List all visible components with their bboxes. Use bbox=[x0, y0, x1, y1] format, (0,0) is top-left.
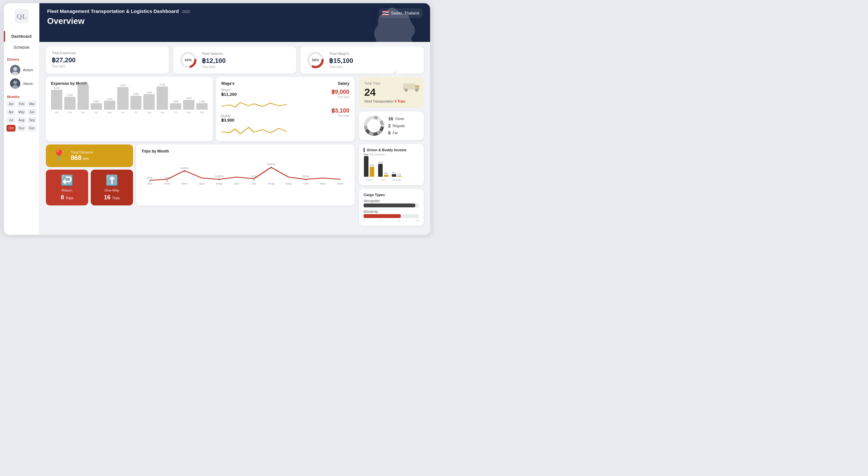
wages-driver-val: ฿11,200 bbox=[221, 92, 287, 97]
hired-label: Hired Transportation bbox=[364, 100, 394, 103]
salary-driver-sub: Thai baht bbox=[290, 96, 349, 99]
buddy-wage-chart bbox=[221, 123, 287, 135]
month-btn-jan[interactable]: Jan bbox=[6, 101, 16, 107]
bar-col-jan: 3,200 Jan bbox=[51, 87, 62, 113]
bar-col-mar: 4,000 Mar bbox=[78, 81, 89, 113]
expenses-chart-title: Expenses by Month bbox=[51, 81, 208, 86]
income-group-regular: 800 200 Regular bbox=[392, 172, 402, 181]
trips-by-month-card: Trips by Month Jan Feb Mar Apr May bbox=[136, 144, 354, 205]
cargo-woodpellet-label: Woodpellet bbox=[364, 199, 419, 203]
kpi-expenses-sub: Thai baht bbox=[52, 65, 163, 68]
svg-text:100%: 100% bbox=[215, 175, 223, 178]
sidebar: QL Dashboard Schedule Drivers Antoni Jai… bbox=[4, 3, 39, 235]
svg-text:Jan: Jan bbox=[147, 182, 152, 185]
svg-point-6 bbox=[13, 80, 17, 84]
dist-donut bbox=[364, 115, 384, 136]
svg-text:Apr: Apr bbox=[199, 182, 205, 185]
return-val: 8 Trips bbox=[61, 194, 73, 201]
salaries-donut: 44% bbox=[179, 51, 197, 69]
oneway-label: One-Way bbox=[104, 188, 119, 192]
main-content: Fleet Management Transportation & Logist… bbox=[39, 3, 430, 235]
bar-col-nov: 1,600 Nov bbox=[183, 97, 194, 113]
month-btn-dec[interactable]: Dec bbox=[27, 125, 36, 132]
distance-class-card: 16 Close 2 Regular 6 Far bbox=[359, 111, 424, 140]
month-btn-aug[interactable]: Aug bbox=[17, 117, 26, 124]
salary-buddy-sub: Thai baht bbox=[290, 114, 349, 117]
hired-value: 5 Trips bbox=[395, 100, 405, 103]
cargo-card: Cargo Types Woodpellet Woodchip bbox=[359, 189, 424, 226]
svg-text:4: 4 bbox=[270, 166, 272, 169]
svg-text:Jun: Jun bbox=[234, 182, 239, 185]
distance-val: 868 km bbox=[71, 154, 93, 162]
bar-col-sep: 3,700 Sep bbox=[157, 83, 168, 113]
distance-icon: 📍 bbox=[52, 149, 66, 163]
header: Fleet Management Transportation & Logist… bbox=[39, 3, 430, 42]
month-btn-sep[interactable]: Sep bbox=[27, 117, 36, 124]
kpi-salaries-value: ฿12,100 bbox=[202, 57, 226, 65]
svg-text:Sep: Sep bbox=[285, 182, 291, 185]
salaries-donut-label: 44% bbox=[185, 58, 192, 62]
oneway-icon: ⬆️ bbox=[105, 174, 119, 186]
svg-point-3 bbox=[13, 67, 17, 71]
oneway-val: 16 Trips bbox=[104, 194, 120, 201]
month-btn-jul[interactable]: Jul bbox=[6, 117, 16, 124]
sidebar-item-dashboard[interactable]: Dashboard bbox=[4, 31, 39, 42]
header-overview: Overview bbox=[47, 16, 190, 26]
dist-legend: 16 Close 2 Regular 6 Far bbox=[388, 116, 405, 135]
months-section-title: Months bbox=[4, 90, 39, 101]
month-btn-may[interactable]: May bbox=[17, 109, 26, 115]
bar-col-aug: 2,500 Aug bbox=[144, 91, 155, 113]
month-btn-feb[interactable]: Feb bbox=[17, 101, 26, 107]
drivers-section-title: Drivers bbox=[4, 53, 39, 63]
wages-buddy-val: ฿3,900 bbox=[221, 118, 287, 123]
kpi-wages-sub: Thai baht bbox=[329, 65, 353, 69]
trip-card-return: ↩️ Return 8 Trips bbox=[46, 170, 88, 205]
svg-text:0%: 0% bbox=[251, 175, 256, 178]
truck-icon bbox=[402, 80, 421, 93]
driver-avatar-0 bbox=[10, 65, 20, 75]
trip-card-oneway: ⬆️ One-Way 16 Trips bbox=[91, 170, 133, 205]
center-bottom: 📍 Total Distance 868 km bbox=[46, 144, 354, 205]
svg-point-46 bbox=[416, 89, 417, 91]
svg-text:2: 2 bbox=[149, 180, 151, 182]
bar-col-jul: 2,200 Jul bbox=[130, 93, 142, 113]
driver-wage-chart bbox=[221, 97, 287, 110]
svg-text:2: 2 bbox=[218, 179, 220, 181]
svg-text:Dec: Dec bbox=[337, 182, 344, 185]
cargo-woodpellet-bg bbox=[364, 203, 419, 207]
sidebar-item-schedule[interactable]: Schedule bbox=[4, 42, 39, 53]
kpi-wages-label: Total Wage's bbox=[329, 52, 353, 56]
header-year: 2022 bbox=[182, 10, 190, 13]
income-group-regular-bars: 800 200 bbox=[392, 172, 402, 177]
driver-item-1[interactable]: Jaison bbox=[7, 77, 36, 90]
hired-row: Hired Transportation 5 Trips bbox=[364, 100, 418, 103]
driver-item-0[interactable]: Antoni bbox=[7, 63, 35, 77]
month-btn-apr[interactable]: Apr bbox=[6, 109, 16, 115]
month-btn-mar[interactable]: Mar bbox=[27, 101, 36, 107]
salary-title: Salary bbox=[290, 81, 349, 86]
center-col: Expenses by Month 3,200 Jan 2,000 Feb 4,… bbox=[46, 77, 354, 231]
month-btn-nov[interactable]: Nov bbox=[17, 125, 26, 132]
trips-month-chart: Jan Feb Mar Apr May Jun Jul Aug Sep Oct … bbox=[142, 156, 349, 192]
svg-text:Nov: Nov bbox=[320, 182, 327, 185]
svg-marker-42 bbox=[415, 86, 420, 88]
return-icon: ↩️ bbox=[61, 174, 73, 186]
month-btn-jun[interactable]: Jun bbox=[27, 109, 36, 115]
bar-col-feb: 2,000 Feb bbox=[64, 94, 75, 113]
wages-section: Wage's Driver ฿11,200 Buddy bbox=[221, 81, 287, 137]
wages-title: Wage's bbox=[221, 81, 287, 86]
month-btn-oct[interactable]: Oct bbox=[6, 125, 16, 132]
salary-buddy-val: ฿3,100 bbox=[290, 107, 349, 114]
bar-col-jun: 3,600 Jun bbox=[117, 84, 128, 113]
wages-driver-label: Driver bbox=[221, 88, 287, 92]
wages-salary-card: Wage's Driver ฿11,200 Buddy bbox=[216, 77, 354, 141]
driver-avatar-1 bbox=[10, 78, 20, 89]
cargo-title: Cargo Types bbox=[364, 193, 419, 197]
kpi-salaries-label: Total Salaries bbox=[202, 52, 226, 56]
far-num: 6 bbox=[388, 130, 391, 135]
wages-donut-label: 56% bbox=[312, 58, 319, 62]
cargo-axis: 051015 bbox=[364, 219, 419, 222]
distance-label: Total Distance bbox=[71, 150, 93, 154]
regular-label: Regular bbox=[393, 124, 405, 128]
months-grid: Jan Feb Mar Apr May Jun Jul Aug Sep Oct … bbox=[4, 101, 39, 132]
